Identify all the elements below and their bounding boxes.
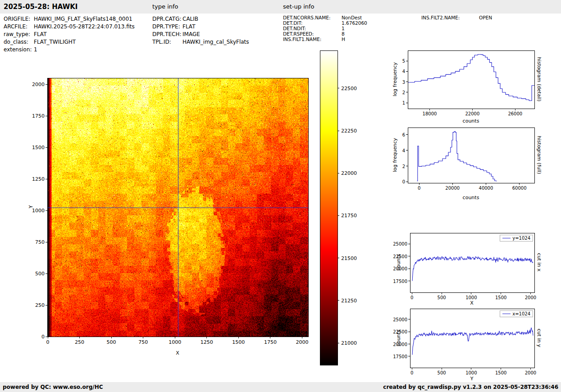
y-tick	[406, 82, 408, 82]
x-tick	[419, 183, 420, 185]
cut-in-x-canvas	[410, 233, 534, 292]
cut-x-xaxis-label: X	[470, 300, 474, 306]
hist-detail-xaxis-label: counts	[463, 118, 479, 124]
colorbar-tick	[338, 258, 339, 258]
page-title: 2025-05-28: HAWKI	[4, 0, 78, 14]
meta-row: DET.NDIT:1	[283, 26, 367, 31]
y-tick-label: 17500	[393, 278, 407, 283]
detector-image-plot: 0250500750100012501500175020000250500750…	[47, 78, 309, 337]
header-bar: 2025-05-28: HAWKI type info set-up info	[0, 0, 561, 14]
y-tick	[408, 269, 410, 269]
x-tick-label: 1250	[201, 339, 213, 345]
x-tick	[429, 109, 430, 110]
y-tick	[408, 281, 410, 281]
meta-row: do_class:FLAT_TWILIGHT	[4, 38, 135, 46]
meta-label: DET.RSPEED:	[283, 31, 342, 36]
x-tick-label: 2000	[525, 370, 536, 375]
y-tick	[46, 210, 47, 211]
x-tick	[442, 368, 442, 369]
y-tick	[46, 273, 47, 274]
footer-bar: powered by QC: www.eso.org/HC created by…	[0, 382, 561, 392]
x-tick-label: 1500	[232, 339, 245, 345]
meta-label: ARCFILE:	[4, 23, 34, 31]
y-tick-label: 1250	[32, 176, 45, 182]
legend-line-sample	[502, 314, 511, 314]
type-info-heading: type info	[152, 0, 178, 14]
meta-label: TPL.ID:	[152, 38, 182, 46]
histogram-full-plot: 02000040000600000246	[408, 128, 535, 183]
y-tick-label: 5	[402, 59, 405, 64]
x-tick	[515, 109, 515, 110]
cut-in-y-canvas	[410, 309, 534, 368]
footer-right-text: created by qc_rawdisp.py v1.2.3 on 2025-…	[383, 382, 558, 392]
meta-value: H	[342, 36, 345, 42]
y-tick	[406, 71, 408, 72]
x-tick	[471, 292, 471, 294]
meta-row: DPR.TECH:IMAGE	[152, 31, 249, 38]
x-tick-label: 2000	[296, 339, 308, 345]
metadata-setup-info-2: INS.FILT2.NAME:OPEN	[421, 15, 492, 20]
x-tick-label: 22000	[465, 111, 479, 116]
meta-label: DET.NDIT:	[283, 26, 342, 31]
y-tick-label: 2	[402, 164, 405, 169]
y-tick-label: 1500	[32, 145, 45, 150]
x-tick-label: 26000	[508, 111, 522, 116]
meta-row: DPR.TYPE:FLAT	[152, 23, 249, 31]
x-tick-label: 40000	[479, 186, 493, 191]
y-tick-label: 750	[35, 239, 45, 245]
meta-value: HAWKI_img_cal_SkyFlats	[182, 39, 249, 45]
y-tick	[46, 242, 47, 242]
x-tick-label: 60000	[512, 186, 527, 191]
y-tick-label: 250	[35, 302, 45, 308]
legend-label: x=1024	[512, 311, 530, 316]
x-tick	[48, 337, 48, 338]
x-tick-label: 1000	[465, 295, 477, 300]
meta-value: 1	[342, 26, 345, 31]
meta-row: DET.DIT:1.6762060	[283, 20, 367, 26]
hist-full-right-label: histogram (full)	[536, 136, 542, 174]
x-tick-label: 1750	[264, 339, 277, 345]
colorbar-tick-label: 21000	[341, 340, 357, 346]
y-tick	[46, 305, 47, 305]
meta-label: ORIGFILE:	[4, 15, 34, 23]
meta-value: FLAT	[182, 23, 195, 30]
cut-x-right-label: cut in x	[536, 253, 542, 272]
hist-full-xaxis-label: counts	[463, 195, 479, 201]
x-tick-label: 1000	[169, 339, 181, 345]
x-tick-label: 1500	[495, 295, 506, 300]
meta-row: INS.FILT1.NAME:H	[283, 36, 367, 42]
colorbar-tick-label: 21750	[341, 213, 357, 219]
meta-row: extension:1	[4, 46, 135, 54]
cut-in-y-plot: x=1024 050010001500200017500200002250025…	[410, 309, 535, 368]
cut-y-xaxis-label: Y	[470, 376, 474, 382]
y-tick-label: 0	[41, 334, 45, 340]
y-tick	[406, 182, 408, 182]
y-tick-label: 25000	[393, 242, 407, 246]
metadata-setup-info: DET.NCORRS.NAME:NonDestDET.DIT:1.6762060…	[283, 15, 367, 42]
cut-y-right-label: cut in y	[536, 329, 542, 347]
legend-label: y=1024	[512, 236, 530, 241]
x-tick	[412, 292, 412, 294]
meta-label: DET.DIT:	[283, 20, 342, 26]
y-tick-label: 6	[402, 132, 405, 137]
qc-report-page: 2025-05-28: HAWKI type info set-up info …	[0, 0, 561, 392]
colorbar-tick	[338, 88, 339, 88]
meta-label: DPR.TECH:	[152, 31, 182, 38]
meta-value: IMAGE	[182, 31, 200, 37]
meta-label: DPR.CATG:	[152, 15, 182, 23]
meta-value: HAWKI_IMG_FLAT_SkyFlats148_0001	[34, 16, 132, 22]
x-tick	[442, 292, 442, 294]
y-tick-label: 25000	[393, 317, 407, 322]
meta-value: CALIB	[182, 16, 198, 22]
x-tick-label: 20000	[445, 186, 460, 191]
x-tick	[143, 337, 143, 338]
colorbar-tick	[338, 131, 339, 131]
meta-label: INS.FILT2.NAME:	[421, 15, 479, 20]
detector-image-canvas	[48, 78, 308, 337]
x-tick-label: 1000	[465, 370, 477, 375]
y-tick-label: 17500	[393, 354, 407, 359]
colorbar-tick-label: 21500	[341, 255, 357, 261]
y-tick-label: 1750	[32, 113, 45, 119]
setup-info-heading: set-up info	[283, 0, 315, 14]
colorbar-tick	[338, 173, 339, 173]
